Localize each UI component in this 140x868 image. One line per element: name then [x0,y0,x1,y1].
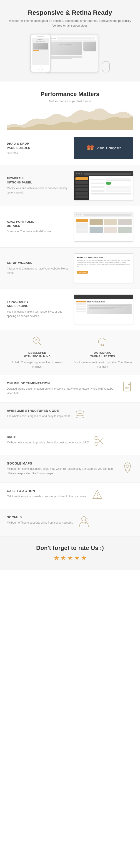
code-layers-svg-icon [74,409,86,420]
typo-item-active [76,301,86,303]
typo-image [87,304,132,314]
options-panel-mock [74,171,133,200]
tablet-address-bar [57,37,95,39]
performance-title: Performance Matters [7,91,133,98]
vc-butterfly-icon [86,144,94,152]
device-phone: Melbourne Simply. Working. Simple [30,34,51,72]
op-sidebar-item-3 [76,188,88,191]
phone-mini-text: Simply. Working. Simple [33,41,48,42]
google-maps-title: GOOGLE MAPS [7,462,117,465]
op-sidebar [74,176,89,200]
typography-section: TYPOGRAPHYAND SPACING You can easily mak… [0,289,140,330]
portfolio-item-3 [118,219,132,225]
svg-rect-8 [123,382,131,391]
star-5: ★ [81,554,87,562]
star-1: ★ [54,554,59,562]
ui-ux-content: UI/UX Melbourne is created to provide cl… [7,435,89,445]
op-row-2 [91,182,131,185]
portfolio-header [74,212,133,217]
svg-point-21 [129,470,130,471]
svg-point-0 [87,145,90,148]
phone-screen: Melbourne Simply. Working. Simple [32,38,49,65]
op-sidebar-item-4 [76,192,88,194]
svg-point-20 [125,470,126,471]
portfolio-text: AJAX PORTFOLIODETAILS Showcase Your work… [7,220,74,234]
structured-code-title: AWESOME STRUCTURED CODE [7,409,70,412]
svg-point-24 [97,497,98,498]
online-docs-section: ONLINE DOCUMENTATION Detailed theme docu… [0,375,140,403]
setup-wizard-title: SETUP WIZZARD [7,261,69,265]
typo-item-3 [76,308,86,310]
tablet-sidebar-image [83,41,96,51]
typography-mock: RESPONSIVE DES [74,294,133,324]
typo-item-2 [76,306,86,307]
op-label-4 [91,190,105,192]
op-dot-3 [81,173,82,174]
portfolio-address-bar [84,214,131,216]
typo-main: RESPONSIVE DES [87,301,132,314]
svg-point-12 [76,411,84,413]
typo-header [74,295,133,299]
portfolio-item-4 [89,226,103,233]
seo-icon [7,336,68,349]
op-label-3 [91,186,105,188]
google-maps-content: GOOGLE MAPS Melbourne Theme includes Goo… [7,462,117,476]
auto-updates-svg-icon [97,336,108,347]
op-sidebar-item-2 [76,185,88,187]
portfolio-tab-active [76,219,88,222]
tablet-sidebar-text-1 [83,52,96,52]
devices-container: Melbourne Simply. Working. Simple Melbou… [7,34,133,75]
tablet-header: Melbourne [49,36,96,40]
typo-item-4 [76,311,86,312]
op-dot-2 [78,173,80,174]
setup-wizard-description: It takes only 2 minutes to have Your web… [7,267,69,275]
portfolio-tab-3 [76,230,88,234]
performance-chart [7,107,133,130]
options-panel-title: POWERFULOPTIONS PANEL [7,177,69,185]
ui-ux-section: UI/UX Melbourne is created to provide cl… [0,429,140,455]
typo-item-1 [76,303,86,305]
typo-img-text-2 [89,307,122,308]
google-maps-inner: GOOGLE MAPS Melbourne Theme includes Goo… [7,462,133,476]
typography-description: You can easily make a text responsive, o… [7,310,69,318]
drag-drop-section: DRAG & DROPPAGE BUILDER ($39 value) Visu… [0,131,140,165]
phone-mini-btn [33,51,39,51]
phone-mini-logo: Melbourne [33,39,48,40]
svg-point-14 [95,436,98,440]
ui-ux-icon [94,435,105,448]
tablet-content: Layout the Speaker [49,41,96,60]
tablet-text-block [49,56,82,59]
structured-code-content: AWESOME STRUCTURED CODE The whole code i… [7,409,70,418]
portfolio-section: AJAX PORTFOLIODETAILS Showcase Your work… [0,206,140,247]
online-docs-title: ONLINE DOCUMENTATION [7,381,117,385]
seo-item: DEVELOPEDWITH SEO IN MIND To help You to… [7,336,68,369]
op-label-1 [91,179,105,180]
op-sidebar-item-active [76,177,88,180]
portfolio-description: Showcase Your work with Melbourne [7,229,69,234]
socials-title: SOCIALS [7,516,74,519]
setup-get-started-btn[interactable]: Get Started [77,271,88,274]
map-pin-svg-icon [122,462,133,474]
stars-container: ★ ★ ★ ★ ★ [7,554,133,562]
seo-updates-section: DEVELOPEDWITH SEO IN MIND To help You to… [0,330,140,375]
vc-label: Visual Composer [96,146,121,150]
tablet-sidebar-text-2 [83,53,92,53]
scissors-svg-icon [94,435,105,446]
seo-svg-icon [32,336,43,347]
typo-sidebar [76,301,86,314]
op-main [89,176,133,200]
tablet-url-bar: Melbourne [50,38,56,39]
op-row-4 [91,190,131,192]
options-panel-description: Modify Your site with few clicks in our … [7,186,69,195]
google-maps-icon [122,462,133,476]
op-row-3 [91,186,131,188]
socials-inner: SOCIALS Melbourne Theme supports Links f… [7,516,133,530]
setup-mock-title: Welcome to Melbourne install! [77,256,130,258]
setup-mock-text: Everybody tells you that they will take … [77,259,130,268]
op-input-1 [106,178,131,181]
portfolio-tab-1 [76,222,88,226]
structured-code-inner: AWESOME STRUCTURED CODE The whole code i… [7,409,133,422]
options-panel-image [74,171,133,200]
drag-drop-subtitle: ($39 value) [7,151,69,154]
portfolio-mock [74,212,133,242]
